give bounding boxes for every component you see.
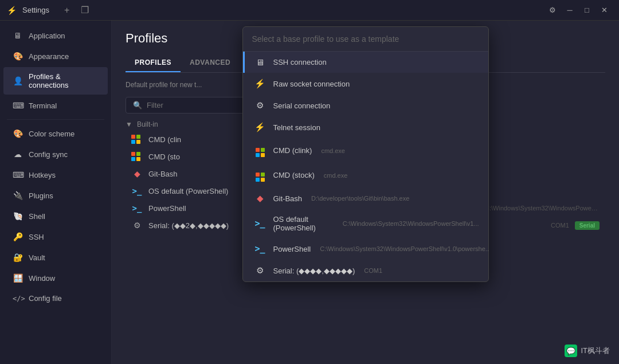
sidebar-item-config-sync[interactable]: ☁ Config sync xyxy=(3,144,108,164)
vault-icon: 🔐 xyxy=(13,253,23,262)
dropdown-item-os-default-ps[interactable]: >_ OS default (PowerShell) C:\Windows\Sy… xyxy=(243,209,488,238)
ssh-icon: 🔑 xyxy=(13,232,23,241)
dropdown-container: 🖥 SSH connection ⚡ Raw socket connection… xyxy=(242,26,489,282)
dropdown-item-git-bash[interactable]: ◆ Git-Bash D:\developer\tools\Git\bin\ba… xyxy=(243,187,488,209)
maximize-button[interactable]: □ xyxy=(579,2,595,18)
plugins-icon: 🔌 xyxy=(13,191,23,200)
config-file-icon: </> xyxy=(13,295,23,303)
profiles-icon: 👤 xyxy=(13,76,23,85)
dropdown-label-ssh: SSH connection xyxy=(273,58,327,66)
content-area: Profiles PROFILES ADVANCED Default profi… xyxy=(112,21,619,364)
sidebar-label-appearance: Appearance xyxy=(29,52,69,61)
sidebar-item-color-scheme[interactable]: 🎨 Color scheme xyxy=(3,124,108,143)
sidebar-label-shell: Shell xyxy=(29,212,45,221)
title-bar-tabs: + ❐ xyxy=(61,2,92,18)
git-bash-icon: ◆ xyxy=(254,193,267,203)
main-layout: 🖥 Application 🎨 Appearance 👤 Profiles & … xyxy=(0,21,619,364)
dropdown-label-telnet: Telnet session xyxy=(273,123,320,132)
sidebar-item-appearance[interactable]: 🎨 Appearance xyxy=(3,46,108,66)
sidebar-item-hotkeys[interactable]: ⌨ Hotkeys xyxy=(3,165,108,185)
sidebar-label-plugins: Plugins xyxy=(29,191,53,200)
dropdown-path-cmd-clink: cmd.exe xyxy=(321,147,345,154)
color-scheme-icon: 🎨 xyxy=(13,129,23,138)
dropdown-search-input[interactable] xyxy=(252,34,479,44)
dropdown-label-git-bash: Git-Bash xyxy=(273,194,303,203)
raw-socket-icon: ⚡ xyxy=(254,79,267,89)
dropdown-path-serial-com1: COM1 xyxy=(364,267,382,274)
config-sync-icon: ☁ xyxy=(13,150,23,159)
title-bar-controls: ⚙ ─ □ ✕ xyxy=(544,2,612,18)
sidebar-item-terminal[interactable]: ⌨ Terminal xyxy=(3,96,108,115)
title-bar-title: Settings xyxy=(22,6,49,14)
sidebar-label-ssh: SSH xyxy=(29,233,44,241)
dropdown-overlay: 🖥 SSH connection ⚡ Raw socket connection… xyxy=(112,21,619,364)
dropdown-item-powershell[interactable]: >_ PowerShell C:\Windows\System32\Window… xyxy=(243,238,488,260)
title-bar-left: ⚡ Settings + ❐ xyxy=(7,2,92,18)
sidebar: 🖥 Application 🎨 Appearance 👤 Profiles & … xyxy=(0,21,112,364)
sidebar-item-config-file[interactable]: </> Config file xyxy=(3,289,108,308)
application-icon: 🖥 xyxy=(13,31,23,40)
dropdown-label-cmd-clink: CMD (clink) xyxy=(273,146,312,155)
sidebar-label-window: Window xyxy=(29,274,55,283)
sidebar-label-application: Application xyxy=(29,32,65,40)
monitor-icon: 🖥 xyxy=(254,57,267,67)
sidebar-item-shell[interactable]: 🐚 Shell xyxy=(3,206,108,226)
sidebar-label-terminal: Terminal xyxy=(29,101,57,110)
close-button[interactable]: ✕ xyxy=(596,2,612,18)
dropdown-item-telnet[interactable]: ⚡ Telnet session xyxy=(243,116,488,138)
sidebar-divider-1 xyxy=(7,119,104,120)
dropdown-path-os-default-ps: C:\Windows\System32\WindowsPowerShell\v1… xyxy=(343,220,479,227)
shell-icon: 🐚 xyxy=(13,212,23,221)
sidebar-label-config-sync: Config sync xyxy=(29,150,68,159)
minimize-button[interactable]: ─ xyxy=(562,2,578,18)
dropdown-path-powershell: C:\Windows\System32\WindowsPowerShell\v1… xyxy=(320,245,488,252)
dropdown-item-cmd-stock[interactable]: CMD (stock) cmd.exe xyxy=(243,163,488,187)
sidebar-item-ssh[interactable]: 🔑 SSH xyxy=(3,227,108,246)
dropdown-label-serial: Serial connection xyxy=(273,101,331,110)
title-bar: ⚡ Settings + ❐ ⚙ ─ □ ✕ xyxy=(0,0,619,21)
sidebar-item-application[interactable]: 🖥 Application xyxy=(3,26,108,45)
dropdown-search[interactable] xyxy=(243,27,488,52)
serial-com1-icon: ⚙ xyxy=(254,265,267,276)
settings-button[interactable]: ⚙ xyxy=(544,2,561,18)
terminal-icon: ⌨ xyxy=(13,101,23,110)
sidebar-item-vault[interactable]: 🔐 Vault xyxy=(3,248,108,267)
serial-conn-icon: ⚙ xyxy=(254,100,267,111)
dropdown-item-raw-socket[interactable]: ⚡ Raw socket connection xyxy=(243,73,488,95)
os-default-ps-icon: >_ xyxy=(254,218,267,229)
add-tab-button[interactable]: + xyxy=(61,3,73,18)
dropdown-label-raw-socket: Raw socket connection xyxy=(273,80,350,88)
dropdown-path-cmd-stock: cmd.exe xyxy=(324,172,348,179)
appearance-icon: 🎨 xyxy=(13,52,23,61)
sidebar-label-config-file: Config file xyxy=(29,294,62,303)
sidebar-label-hotkeys: Hotkeys xyxy=(29,171,56,179)
dropdown-item-ssh[interactable]: 🖥 SSH connection xyxy=(243,52,488,73)
sidebar-item-window[interactable]: 🪟 Window xyxy=(3,268,108,288)
cmd-stock-icon xyxy=(254,169,267,182)
app-icon: ⚡ xyxy=(7,6,17,15)
dropdown-item-serial-com1[interactable]: ⚙ Serial: (◆◆◆◆,◆◆◆◆◆) COM1 xyxy=(243,260,488,281)
dropdown-label-os-default-ps: OS default (PowerShell) xyxy=(273,215,334,232)
cmd-clink-icon xyxy=(254,144,267,157)
dropdown-path-git-bash: D:\developer\tools\Git\bin\bash.exe xyxy=(311,195,409,202)
sidebar-label-color-scheme: Color scheme xyxy=(29,130,75,138)
powershell-dropdown-icon: >_ xyxy=(254,244,267,254)
dropdown-label-cmd-stock: CMD (stock) xyxy=(273,171,315,179)
dropdown-label-serial-com1: Serial: (◆◆◆◆,◆◆◆◆◆) xyxy=(273,267,355,275)
dropdown-list: 🖥 SSH connection ⚡ Raw socket connection… xyxy=(243,52,488,281)
hotkeys-icon: ⌨ xyxy=(13,170,23,179)
sidebar-item-plugins[interactable]: 🔌 Plugins xyxy=(3,186,108,205)
dropdown-item-serial[interactable]: ⚙ Serial connection xyxy=(243,95,488,116)
dropdown-label-powershell: PowerShell xyxy=(273,245,311,253)
window-icon: 🪟 xyxy=(13,273,23,283)
sidebar-label-vault: Vault xyxy=(29,253,45,262)
dropdown-item-cmd-clink[interactable]: CMD (clink) cmd.exe xyxy=(243,138,488,163)
restore-tab-button[interactable]: ❐ xyxy=(77,2,92,18)
sidebar-item-profiles[interactable]: 👤 Profiles & connections xyxy=(3,67,108,95)
telnet-icon: ⚡ xyxy=(254,122,267,132)
sidebar-label-profiles: Profiles & connections xyxy=(29,72,99,89)
